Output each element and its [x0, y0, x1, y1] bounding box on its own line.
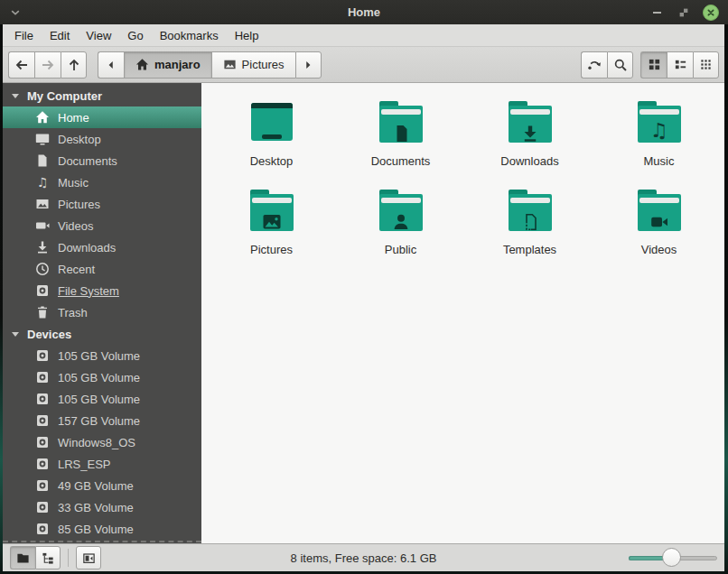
search-icon — [613, 58, 628, 72]
drive-icon — [35, 478, 50, 493]
sidebar-item-label: Desktop — [58, 133, 101, 146]
sidebar-item-volume-157[interactable]: 157 GB Volume — [3, 410, 201, 431]
status-text: 8 items, Free space: 6.1 GB — [3, 551, 724, 565]
drive-icon — [35, 392, 50, 406]
sidebar-item-label: 105 GB Volume — [58, 349, 140, 363]
up-icon — [67, 58, 81, 72]
sidebar-item-label: Downloads — [58, 241, 116, 255]
menu-edit[interactable]: Edit — [42, 26, 78, 45]
close-icon — [705, 6, 717, 19]
sidebar-item-volume-33[interactable]: 33 GB Volume — [3, 496, 201, 518]
file-label: Downloads — [500, 154, 558, 168]
compact-view-button[interactable] — [693, 51, 719, 79]
menu-view[interactable]: View — [78, 26, 119, 45]
file-label: Music — [644, 154, 675, 168]
file-item-videos[interactable]: Videos — [594, 186, 723, 274]
sidebar-item-downloads[interactable]: Downloads — [3, 236, 201, 258]
zoom-slider-thumb[interactable] — [662, 548, 681, 567]
zoom-slider[interactable] — [629, 548, 717, 568]
sidebar-item-label: 157 GB Volume — [58, 414, 140, 428]
sidebar-item-lrs-esp[interactable]: LRS_ESP — [3, 453, 201, 475]
sidebar-item-desktop[interactable]: Desktop — [3, 128, 201, 150]
breadcrumb-scroll-left-button[interactable] — [98, 51, 124, 79]
menu-help[interactable]: Help — [227, 26, 267, 45]
menu-file[interactable]: File — [6, 26, 42, 45]
drive-icon — [35, 457, 50, 471]
chevron-left-icon — [105, 59, 117, 71]
sidebar-item-label: Windows8_OS — [58, 436, 135, 449]
toolbar: manjaro Pictures — [3, 47, 724, 83]
sidebar-item-trash[interactable]: Trash — [3, 301, 201, 323]
section-label: My Computer — [27, 89, 102, 103]
downloads-folder-icon — [509, 101, 552, 143]
sidebar-section-my-computer[interactable]: My Computer — [3, 85, 201, 106]
sidebar-item-recent[interactable]: Recent — [3, 258, 201, 280]
sidebar-item-windows8-os[interactable]: Windows8_OS — [3, 431, 201, 453]
search-button[interactable] — [607, 51, 633, 79]
sidebar-item-volume-49[interactable]: 49 GB Volume — [3, 475, 201, 496]
shortcuts-pane-button[interactable] — [10, 546, 35, 569]
drive-icon — [35, 413, 50, 428]
file-item-pictures[interactable]: Pictures — [207, 186, 336, 274]
sidebar-item-pictures[interactable]: Pictures — [3, 193, 201, 215]
reload-button[interactable] — [581, 51, 607, 79]
window-title: Home — [0, 5, 728, 19]
menu-go[interactable]: Go — [119, 26, 151, 45]
close-button[interactable] — [703, 5, 719, 21]
breadcrumb-scroll-right-button[interactable] — [295, 51, 322, 79]
file-item-music[interactable]: ♫ Music — [594, 97, 723, 186]
breadcrumb: manjaro Pictures — [98, 51, 322, 79]
sidebar-item-file-system[interactable]: File System — [3, 280, 201, 301]
menubar: File Edit View Go Bookmarks Help — [3, 24, 724, 47]
statusbar: 8 items, Free space: 6.1 GB — [3, 543, 724, 571]
sidebar-item-label: Videos — [58, 219, 94, 233]
file-item-downloads[interactable]: Downloads — [465, 97, 594, 186]
section-label: Devices — [27, 328, 71, 341]
sidebar-item-label: Recent — [58, 263, 95, 276]
menu-bookmarks[interactable]: Bookmarks — [152, 26, 227, 45]
sidebar-item-volume-105-1[interactable]: 105 GB Volume — [3, 345, 201, 366]
file-item-documents[interactable]: Documents — [336, 97, 465, 186]
sidebar-item-label: Music — [58, 176, 89, 190]
file-item-desktop[interactable]: Desktop — [207, 97, 336, 186]
icons-view-button[interactable] — [640, 51, 667, 79]
window-menu-icon[interactable] — [0, 0, 31, 24]
nav-button-group — [8, 51, 87, 79]
restore-button[interactable] — [676, 5, 692, 21]
forward-button[interactable] — [34, 51, 61, 79]
up-button[interactable] — [61, 51, 87, 79]
sidebar-item-home[interactable]: Home — [3, 106, 201, 128]
breadcrumb-item-pictures[interactable]: Pictures — [211, 51, 295, 79]
file-label: Public — [385, 243, 416, 256]
file-item-templates[interactable]: Templates — [465, 186, 594, 274]
sidebar-item-volume-105-2[interactable]: 105 GB Volume — [3, 366, 201, 388]
drive-icon — [35, 370, 50, 384]
hide-panel-button[interactable] — [76, 546, 101, 569]
sidebar-item-label: Trash — [58, 306, 88, 319]
sidebar-item-volume-105-3[interactable]: 105 GB Volume — [3, 388, 201, 410]
collapse-triangle-icon — [12, 332, 19, 337]
sidebar-item-videos[interactable]: Videos — [3, 215, 201, 236]
tree-pane-button[interactable] — [35, 546, 61, 569]
sidebar-item-label: Home — [58, 111, 89, 125]
collapse-triangle-icon — [12, 94, 19, 98]
image-icon — [223, 58, 237, 71]
sidebar-item-label: LRS_ESP — [58, 458, 111, 471]
file-label: Desktop — [250, 154, 294, 168]
minimize-button[interactable] — [649, 5, 665, 21]
shortcuts-pane-icon — [16, 551, 30, 565]
home-icon — [35, 110, 50, 125]
sidebar-item-label: Pictures — [58, 198, 100, 211]
back-button[interactable] — [8, 51, 34, 79]
sidebar-item-volume-85[interactable]: 85 GB Volume — [3, 518, 201, 540]
breadcrumb-item-manjaro[interactable]: manjaro — [124, 51, 211, 79]
sidebar-item-documents[interactable]: Documents — [3, 150, 201, 171]
music-folder-icon: ♫ — [638, 101, 681, 143]
separator — [68, 549, 69, 567]
sidebar-item-music[interactable]: ♫ Music — [3, 171, 201, 193]
file-item-public[interactable]: Public — [336, 186, 465, 274]
drive-icon — [35, 435, 50, 449]
pictures-folder-icon — [250, 190, 294, 231]
list-view-button[interactable] — [667, 51, 693, 79]
sidebar-section-devices[interactable]: Devices — [3, 323, 201, 345]
